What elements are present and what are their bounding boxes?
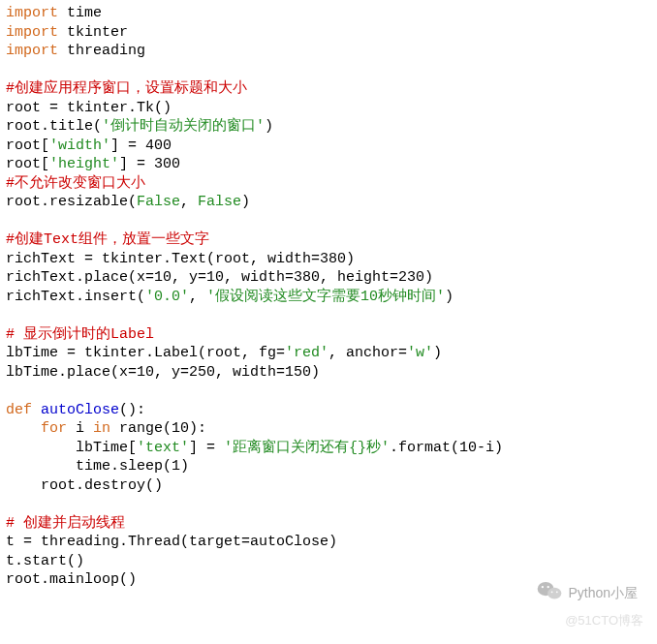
- code-line: lbTime = tkinter.Label(root, fg='red', a…: [6, 344, 651, 363]
- svg-point-3: [548, 586, 549, 588]
- code-line: root.resizable(False, False): [6, 193, 651, 212]
- code-line: for i in range(10):: [6, 419, 651, 439]
- watermark-text: Python小屋: [568, 584, 638, 601]
- code-line: import time: [6, 4, 651, 23]
- code-line: root['width'] = 400: [6, 137, 651, 156]
- blank-line: [6, 382, 651, 401]
- keyword-import: import: [6, 5, 58, 21]
- comment: # 创建并启动线程: [6, 514, 651, 534]
- code-line: richText = tkinter.Text(root, width=380): [6, 250, 651, 269]
- blank-line: [6, 212, 651, 231]
- svg-point-2: [542, 586, 544, 588]
- keyword-for: for: [41, 420, 67, 437]
- code-line: lbTime.place(x=10, y=250, width=150): [6, 363, 651, 383]
- keyword-in: in: [93, 420, 110, 437]
- code-line: t.start(): [6, 552, 651, 571]
- string-literal: 'red': [285, 345, 328, 361]
- code-line: import tkinter: [6, 23, 651, 43]
- constant: False: [198, 194, 241, 210]
- code-line: richText.place(x=10, y=10, width=380, he…: [6, 268, 651, 288]
- svg-point-4: [551, 591, 553, 593]
- code-line: root.title('倒计时自动关闭的窗口'): [6, 117, 651, 137]
- keyword-import: import: [6, 43, 58, 59]
- string-literal: 'text': [137, 440, 189, 456]
- code-line: richText.insert('0.0', '假设阅读这些文字需要10秒钟时间…: [6, 288, 651, 307]
- svg-point-5: [556, 591, 558, 593]
- keyword-import: import: [6, 24, 58, 41]
- code-line: root['height'] = 300: [6, 155, 651, 174]
- blank-line: [6, 306, 651, 325]
- faint-watermark: @51CTO博客: [565, 613, 643, 629]
- code-line: lbTime['text'] = '距离窗口关闭还有{}秒'.format(10…: [6, 439, 651, 458]
- blank-line: [6, 61, 651, 80]
- code-line: root = tkinter.Tk(): [6, 99, 651, 118]
- comment: #创建应用程序窗口，设置标题和大小: [6, 79, 651, 99]
- keyword-def: def: [6, 402, 32, 418]
- string-literal: '距离窗口关闭还有{}秒': [224, 440, 390, 456]
- string-literal: 'w': [407, 345, 433, 361]
- svg-point-1: [548, 588, 561, 599]
- string-literal: '假设阅读这些文字需要10秒钟时间': [206, 289, 445, 305]
- code-block: import time import tkinter import thread…: [6, 4, 651, 590]
- comment: #不允许改变窗口大小: [6, 174, 651, 194]
- string-literal: '倒计时自动关闭的窗口': [102, 118, 265, 135]
- code-line: t = threading.Thread(target=autoClose): [6, 533, 651, 552]
- code-line: time.sleep(1): [6, 457, 651, 476]
- comment: # 显示倒计时的Label: [6, 325, 651, 345]
- comment: #创建Text组件，放置一些文字: [6, 230, 651, 250]
- code-line: root.destroy(): [6, 476, 651, 496]
- blank-line: [6, 495, 651, 514]
- function-name: autoClose: [41, 402, 119, 418]
- string-literal: 'width': [49, 138, 110, 154]
- wechat-icon: [537, 580, 562, 605]
- string-literal: 'height': [49, 156, 119, 172]
- code-line: import threading: [6, 42, 651, 61]
- code-line: def autoClose():: [6, 401, 651, 420]
- watermark: Python小屋: [537, 580, 638, 605]
- constant: False: [137, 194, 180, 210]
- string-literal: '0.0': [145, 289, 189, 305]
